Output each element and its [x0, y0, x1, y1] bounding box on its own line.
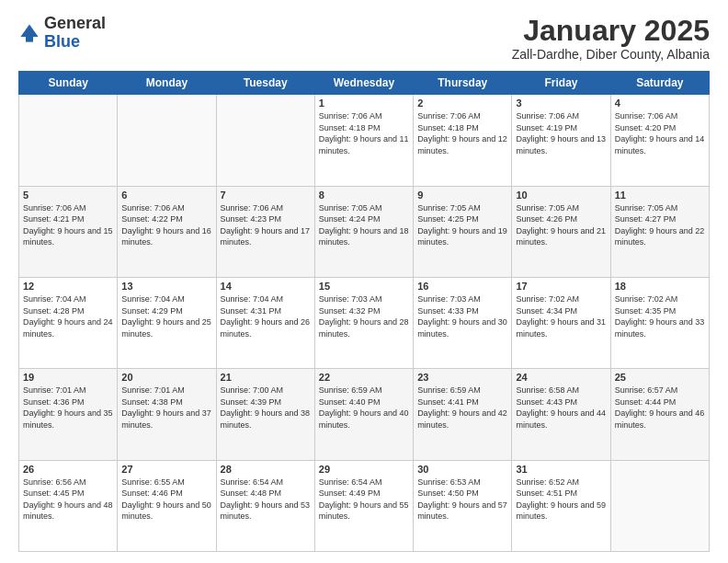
- day-info: Sunrise: 7:05 AM Sunset: 4:25 PM Dayligh…: [417, 202, 507, 248]
- location-subtitle: Zall-Dardhe, Diber County, Albania: [512, 47, 710, 62]
- day-number: 7: [221, 190, 311, 201]
- table-row: 30Sunrise: 6:53 AM Sunset: 4:50 PM Dayli…: [414, 460, 512, 551]
- table-row: 8Sunrise: 7:05 AM Sunset: 4:24 PM Daylig…: [314, 186, 413, 277]
- table-row: 2Sunrise: 7:06 AM Sunset: 4:18 PM Daylig…: [414, 95, 512, 186]
- day-number: 20: [121, 372, 211, 383]
- day-number: 24: [516, 372, 606, 383]
- table-row: 26Sunrise: 6:56 AM Sunset: 4:45 PM Dayli…: [19, 460, 118, 551]
- table-row: 6Sunrise: 7:06 AM Sunset: 4:22 PM Daylig…: [118, 186, 216, 277]
- day-info: Sunrise: 7:05 AM Sunset: 4:27 PM Dayligh…: [615, 202, 705, 248]
- day-number: 28: [221, 464, 311, 475]
- logo: General Blue: [18, 15, 106, 52]
- table-row: 17Sunrise: 7:02 AM Sunset: 4:34 PM Dayli…: [512, 277, 610, 368]
- table-row: 11Sunrise: 7:05 AM Sunset: 4:27 PM Dayli…: [610, 186, 709, 277]
- table-row: 5Sunrise: 7:06 AM Sunset: 4:21 PM Daylig…: [19, 186, 118, 277]
- table-row: 4Sunrise: 7:06 AM Sunset: 4:20 PM Daylig…: [610, 95, 709, 186]
- svg-rect-1: [26, 37, 33, 42]
- day-number: 27: [121, 464, 211, 475]
- day-number: 17: [516, 281, 606, 292]
- header-monday: Monday: [118, 72, 216, 95]
- table-row: 9Sunrise: 7:05 AM Sunset: 4:25 PM Daylig…: [414, 186, 512, 277]
- day-number: 14: [221, 281, 311, 292]
- logo-blue: Blue: [44, 32, 80, 51]
- table-row: [610, 460, 709, 551]
- day-number: 6: [121, 190, 211, 201]
- table-row: 20Sunrise: 7:01 AM Sunset: 4:38 PM Dayli…: [118, 369, 216, 460]
- day-info: Sunrise: 7:04 AM Sunset: 4:29 PM Dayligh…: [121, 293, 211, 339]
- day-info: Sunrise: 7:03 AM Sunset: 4:33 PM Dayligh…: [417, 293, 507, 339]
- day-info: Sunrise: 7:01 AM Sunset: 4:38 PM Dayligh…: [121, 385, 211, 431]
- day-number: 5: [23, 190, 113, 201]
- day-number: 29: [319, 464, 409, 475]
- header-saturday: Saturday: [610, 72, 709, 95]
- table-row: 19Sunrise: 7:01 AM Sunset: 4:36 PM Dayli…: [19, 369, 118, 460]
- calendar-week-row: 19Sunrise: 7:01 AM Sunset: 4:36 PM Dayli…: [19, 369, 710, 460]
- calendar-week-row: 5Sunrise: 7:06 AM Sunset: 4:21 PM Daylig…: [19, 186, 710, 277]
- day-info: Sunrise: 7:01 AM Sunset: 4:36 PM Dayligh…: [23, 385, 113, 431]
- day-number: 19: [23, 372, 113, 383]
- table-row: 27Sunrise: 6:55 AM Sunset: 4:46 PM Dayli…: [118, 460, 216, 551]
- header-sunday: Sunday: [19, 72, 118, 95]
- table-row: [118, 95, 216, 186]
- table-row: 31Sunrise: 6:52 AM Sunset: 4:51 PM Dayli…: [512, 460, 610, 551]
- table-row: 3Sunrise: 7:06 AM Sunset: 4:19 PM Daylig…: [512, 95, 610, 186]
- logo-general: General: [44, 14, 106, 32]
- day-info: Sunrise: 6:53 AM Sunset: 4:50 PM Dayligh…: [417, 477, 507, 523]
- table-row: [216, 95, 314, 186]
- day-number: 30: [417, 464, 507, 475]
- day-number: 15: [319, 281, 409, 292]
- day-number: 21: [221, 372, 311, 383]
- table-row: [19, 95, 118, 186]
- table-row: 28Sunrise: 6:54 AM Sunset: 4:48 PM Dayli…: [216, 460, 314, 551]
- header-wednesday: Wednesday: [314, 72, 413, 95]
- day-info: Sunrise: 7:06 AM Sunset: 4:20 PM Dayligh…: [615, 110, 705, 156]
- calendar-week-row: 1Sunrise: 7:06 AM Sunset: 4:18 PM Daylig…: [19, 95, 710, 186]
- day-number: 25: [615, 372, 705, 383]
- day-info: Sunrise: 6:57 AM Sunset: 4:44 PM Dayligh…: [615, 385, 705, 431]
- day-info: Sunrise: 7:05 AM Sunset: 4:24 PM Dayligh…: [319, 202, 409, 248]
- day-info: Sunrise: 6:59 AM Sunset: 4:40 PM Dayligh…: [319, 385, 409, 431]
- table-row: 7Sunrise: 7:06 AM Sunset: 4:23 PM Daylig…: [216, 186, 314, 277]
- day-info: Sunrise: 7:06 AM Sunset: 4:18 PM Dayligh…: [417, 110, 507, 156]
- table-row: 23Sunrise: 6:59 AM Sunset: 4:41 PM Dayli…: [414, 369, 512, 460]
- table-row: 15Sunrise: 7:03 AM Sunset: 4:32 PM Dayli…: [314, 277, 413, 368]
- table-row: 18Sunrise: 7:02 AM Sunset: 4:35 PM Dayli…: [610, 277, 709, 368]
- table-row: 24Sunrise: 6:58 AM Sunset: 4:43 PM Dayli…: [512, 369, 610, 460]
- svg-marker-0: [20, 24, 38, 37]
- day-info: Sunrise: 7:06 AM Sunset: 4:23 PM Dayligh…: [221, 202, 311, 248]
- day-info: Sunrise: 7:03 AM Sunset: 4:32 PM Dayligh…: [319, 293, 409, 339]
- logo-text: General Blue: [44, 15, 106, 52]
- day-info: Sunrise: 7:06 AM Sunset: 4:19 PM Dayligh…: [516, 110, 606, 156]
- day-number: 22: [319, 372, 409, 383]
- page: General Blue January 2025 Zall-Dardhe, D…: [0, 0, 728, 563]
- calendar-table: Sunday Monday Tuesday Wednesday Thursday…: [18, 71, 710, 552]
- day-info: Sunrise: 7:04 AM Sunset: 4:28 PM Dayligh…: [23, 293, 113, 339]
- day-info: Sunrise: 7:06 AM Sunset: 4:21 PM Dayligh…: [23, 202, 113, 248]
- day-number: 9: [417, 190, 507, 201]
- day-info: Sunrise: 6:54 AM Sunset: 4:48 PM Dayligh…: [221, 477, 311, 523]
- day-number: 4: [615, 98, 705, 109]
- header: General Blue January 2025 Zall-Dardhe, D…: [18, 15, 710, 62]
- table-row: 16Sunrise: 7:03 AM Sunset: 4:33 PM Dayli…: [414, 277, 512, 368]
- calendar-week-row: 26Sunrise: 6:56 AM Sunset: 4:45 PM Dayli…: [19, 460, 710, 551]
- table-row: 14Sunrise: 7:04 AM Sunset: 4:31 PM Dayli…: [216, 277, 314, 368]
- day-info: Sunrise: 7:06 AM Sunset: 4:18 PM Dayligh…: [319, 110, 409, 156]
- day-info: Sunrise: 6:56 AM Sunset: 4:45 PM Dayligh…: [23, 477, 113, 523]
- day-info: Sunrise: 6:54 AM Sunset: 4:49 PM Dayligh…: [319, 477, 409, 523]
- calendar-week-row: 12Sunrise: 7:04 AM Sunset: 4:28 PM Dayli…: [19, 277, 710, 368]
- day-number: 3: [516, 98, 606, 109]
- day-number: 12: [23, 281, 113, 292]
- header-tuesday: Tuesday: [216, 72, 314, 95]
- logo-icon: [18, 22, 40, 44]
- month-title: January 2025: [512, 15, 710, 47]
- header-friday: Friday: [512, 72, 610, 95]
- day-number: 18: [615, 281, 705, 292]
- day-number: 11: [615, 190, 705, 201]
- day-info: Sunrise: 6:58 AM Sunset: 4:43 PM Dayligh…: [516, 385, 606, 431]
- day-number: 8: [319, 190, 409, 201]
- day-info: Sunrise: 6:55 AM Sunset: 4:46 PM Dayligh…: [121, 477, 211, 523]
- day-number: 2: [417, 98, 507, 109]
- day-info: Sunrise: 7:04 AM Sunset: 4:31 PM Dayligh…: [221, 293, 311, 339]
- table-row: 10Sunrise: 7:05 AM Sunset: 4:26 PM Dayli…: [512, 186, 610, 277]
- day-info: Sunrise: 7:00 AM Sunset: 4:39 PM Dayligh…: [221, 385, 311, 431]
